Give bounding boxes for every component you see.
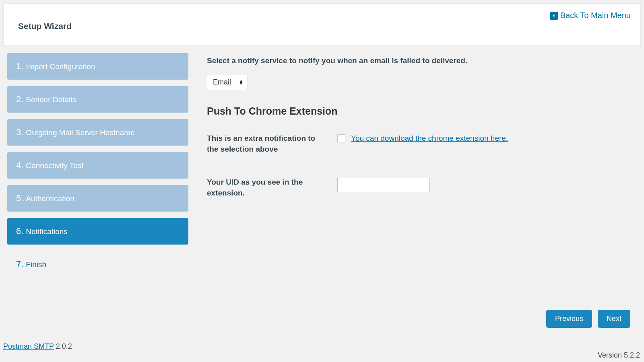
- product-link[interactable]: Postman SMTP: [3, 342, 54, 350]
- uid-input[interactable]: [337, 178, 430, 192]
- step-number: 7.: [16, 259, 23, 269]
- step-finish[interactable]: 7. Finish: [7, 251, 188, 278]
- step-number: 2.: [16, 94, 23, 105]
- extra-notification-control: You can download the chrome extension he…: [337, 133, 508, 143]
- uid-control: [337, 177, 430, 192]
- step-label: Outgoing Mail Server Hostname: [26, 128, 134, 137]
- step-connectivity-test[interactable]: 4. Connectivity Test: [7, 152, 188, 179]
- step-number: 3.: [16, 127, 23, 138]
- step-import-configuration[interactable]: 1. Import Configuration: [7, 53, 188, 80]
- step-number: 6.: [16, 226, 23, 237]
- intro-text: Select a notify service to notify you wh…: [207, 56, 625, 65]
- step-number: 1.: [16, 61, 23, 72]
- section-title: Push To Chrome Extension: [207, 105, 625, 117]
- step-label: Authentication: [26, 194, 74, 203]
- footer-wp-version: Version 5.2.2: [598, 351, 640, 360]
- step-number: 4.: [16, 160, 23, 171]
- notify-service-select-wrap: Email ▲▼: [207, 74, 248, 90]
- notify-service-select[interactable]: Email: [207, 74, 248, 90]
- wizard-main-panel: Select a notify service to notify you wh…: [207, 53, 641, 221]
- step-notifications[interactable]: 6. Notifications: [7, 218, 188, 245]
- extra-notification-label: This is an extra notification to the sel…: [207, 133, 324, 154]
- step-number: 5.: [16, 193, 23, 204]
- back-link-label: Back To Main Menu: [560, 11, 631, 20]
- uid-label: Your UID as you see in the extension.: [207, 177, 324, 198]
- wizard-body: 1. Import Configuration 2. Sender Detail…: [3, 53, 641, 278]
- page-title: Setup Wizard: [18, 21, 627, 31]
- previous-button[interactable]: Previous: [546, 310, 592, 328]
- step-label: Notifications: [26, 227, 68, 236]
- step-label: Connectivity Test: [26, 161, 83, 170]
- wizard-nav-buttons: Previous Next: [546, 310, 630, 328]
- step-label: Finish: [26, 260, 46, 269]
- chrome-extension-download-link[interactable]: You can download the chrome extension he…: [351, 134, 508, 143]
- page-root: Back To Main Menu Setup Wizard 1. Import…: [0, 0, 644, 362]
- step-sender-details[interactable]: 2. Sender Details: [7, 86, 188, 113]
- step-label: Sender Details: [26, 95, 76, 104]
- product-version: 2.0.2: [56, 342, 72, 350]
- field-row-extra-notification: This is an extra notification to the sel…: [207, 133, 625, 154]
- arrow-left-icon: [550, 12, 558, 20]
- header-card: Back To Main Menu Setup Wizard: [3, 3, 641, 46]
- field-row-uid: Your UID as you see in the extension.: [207, 177, 625, 198]
- chrome-extension-checkbox[interactable]: [337, 134, 345, 142]
- wizard-steps: 1. Import Configuration 2. Sender Detail…: [3, 53, 188, 278]
- step-outgoing-mail-server-hostname[interactable]: 3. Outgoing Mail Server Hostname: [7, 119, 188, 146]
- footer-product: Postman SMTP 2.0.2: [3, 342, 72, 351]
- back-to-main-link[interactable]: Back To Main Menu: [550, 11, 631, 20]
- next-button[interactable]: Next: [598, 310, 630, 328]
- step-authentication[interactable]: 5. Authentication: [7, 185, 188, 212]
- step-label: Import Configuration: [26, 62, 95, 71]
